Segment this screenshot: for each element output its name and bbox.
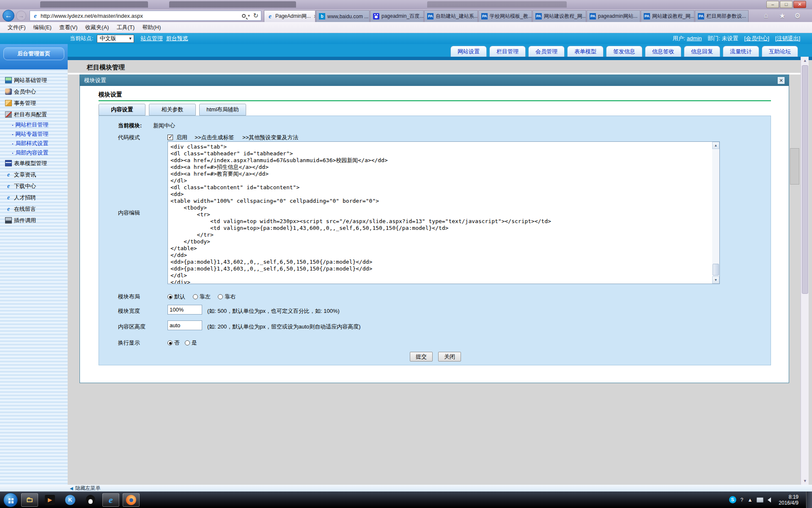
browser-scrollbar-thumb[interactable] [802, 65, 808, 294]
search-icon[interactable] [242, 14, 246, 18]
browser-tab[interactable]: PA 网站建设教程_网... [532, 10, 586, 22]
search-dropdown-icon[interactable]: ▼ [247, 14, 251, 18]
url-text[interactable]: http://www.lydezx.net/e/master/index.asp… [41, 13, 242, 19]
scroll-up-icon[interactable]: ▲ [801, 57, 809, 64]
menu-edit[interactable]: 编辑(E) [33, 24, 52, 31]
hidden-icons-chevron[interactable]: ▲ [747, 497, 752, 503]
scroll-up-icon[interactable]: ▲ [712, 142, 719, 149]
dialog-tab-html-layout[interactable]: html布局辅助 [199, 104, 246, 116]
sidebar-item-form-model[interactable]: 表单模型管理 [0, 157, 68, 169]
dialog-tab-content-settings[interactable]: 内容设置 [99, 104, 145, 116]
sidebar-subitem-column-manage[interactable]: 网站栏目管理 [0, 120, 68, 130]
sidebar-item-recruit[interactable]: e人才招聘 [0, 192, 68, 203]
taskbar-kuwo-music-icon[interactable]: K [62, 493, 79, 507]
sidebar-item-plugins[interactable]: 插件调用 [0, 215, 68, 226]
site-language-select[interactable]: 中文版 ▼ [97, 35, 134, 43]
code-editor[interactable]: <div class="tab"> <dl class="tabheader" … [167, 141, 720, 284]
radio-default[interactable] [167, 294, 173, 299]
tools-gear-icon[interactable]: ⚙ [794, 11, 801, 20]
sidebar-item-member-center[interactable]: 会员中心 [0, 86, 68, 97]
menu-view[interactable]: 查看(V) [59, 24, 77, 31]
browser-scrollbar[interactable]: ▲ ▼ [801, 57, 809, 485]
browser-tab[interactable]: PA 网站建设教程_网... [641, 10, 694, 22]
taskbar-qq-icon[interactable] [82, 493, 99, 507]
sidebar-subitem-local-style[interactable]: 局部样式设置 [0, 139, 68, 148]
front-preview-link[interactable]: 前台预览 [166, 35, 188, 42]
close-window-button[interactable]: ✕ [793, 1, 806, 8]
sidebar-item-column-layout[interactable]: 栏目布局配置 [0, 109, 68, 120]
sidebar-item-site-basic[interactable]: 网站基础管理 [0, 75, 68, 86]
generate-tag-link[interactable]: >>点击生成标签 [195, 134, 234, 141]
sidebar-item-articles[interactable]: e文章资讯 [0, 169, 68, 180]
menu-help[interactable]: 帮助(H) [142, 24, 161, 31]
user-admin-link[interactable]: admin [687, 35, 702, 41]
browser-tab[interactable]: PA 栏目局部参数设... [695, 10, 749, 22]
site-manage-link[interactable]: 站点管理 [141, 35, 163, 42]
scroll-down-icon[interactable]: ▼ [801, 477, 809, 485]
nav-form-model[interactable]: 表单模型 [567, 46, 604, 57]
browser-tab[interactable]: b www,baidu.com ... [316, 10, 370, 22]
help-icon[interactable]: ? [741, 497, 743, 503]
editor-scrollbar-thumb[interactable] [713, 264, 719, 276]
enable-checkbox[interactable] [167, 135, 173, 140]
nav-column-manage[interactable]: 栏目管理 [489, 46, 526, 57]
network-icon[interactable] [757, 497, 763, 502]
dialog-titlebar[interactable]: 模块设置 ✕ [80, 75, 789, 86]
nav-member-manage[interactable]: 会员管理 [528, 46, 565, 57]
home-icon[interactable]: ⌂ [764, 11, 768, 20]
sidebar-item-downloads[interactable]: e下载中心 [0, 180, 68, 192]
menu-file[interactable]: 文件(F) [8, 24, 26, 31]
sidebar-subitem-local-content[interactable]: 局部内容设置 [0, 148, 68, 157]
show-desktop-button[interactable] [806, 491, 812, 508]
volume-icon[interactable] [768, 497, 771, 502]
address-bar[interactable]: e http://www.lydezx.net/e/master/index.a… [30, 11, 261, 21]
taskbar-firefox-icon[interactable] [123, 493, 140, 507]
scroll-down-icon[interactable]: ▼ [712, 276, 719, 284]
admin-home-button[interactable]: 后台管理首页 [3, 47, 64, 60]
content-height-input[interactable] [167, 320, 202, 330]
menu-tools[interactable]: 工具(T) [117, 24, 135, 31]
taskbar-media-player-icon[interactable]: ▶ [41, 493, 58, 507]
maximize-button[interactable]: □ [780, 1, 793, 8]
back-button[interactable]: ← [3, 10, 14, 22]
sidebar-subitem-topic-manage[interactable]: 网站专题管理 [0, 130, 68, 139]
menu-favorites[interactable]: 收藏夹(A) [85, 24, 109, 31]
taskbar-clock[interactable]: 8:19 2016/4/9 [779, 494, 798, 506]
nav-info-reply[interactable]: 信息回复 [684, 46, 720, 57]
nav-traffic-stats[interactable]: 流量统计 [723, 46, 759, 57]
background-page-scrollbar[interactable] [790, 148, 799, 185]
collapse-menu-bar[interactable]: ◀ 隐藏左菜单 [0, 485, 812, 491]
preset-vars-link[interactable]: >>其他预设变量及方法 [242, 134, 298, 141]
taskbar-explorer-icon[interactable]: 🗀 [21, 493, 38, 507]
skype-icon[interactable]: S [729, 496, 736, 503]
logout-link[interactable]: [注销退出] [775, 35, 800, 42]
radio-right[interactable] [218, 294, 223, 299]
tab-close-icon[interactable]: ✕ [311, 14, 315, 19]
minimize-button[interactable]: – [766, 1, 779, 8]
browser-tab[interactable]: PA 自助建站_建站系... [424, 10, 478, 22]
module-width-input[interactable] [167, 305, 202, 315]
taskbar-ie-icon[interactable]: e [102, 493, 119, 507]
nav-site-settings[interactable]: 网站设置 [450, 46, 487, 57]
editor-scrollbar[interactable] [712, 149, 719, 276]
refresh-icon[interactable]: ↻ [253, 12, 258, 19]
favorites-star-icon[interactable]: ★ [779, 11, 785, 20]
code-text[interactable]: <div class="tab"> <dl class="tabheader" … [170, 144, 711, 284]
member-center-link[interactable]: [会员中心] [744, 35, 769, 42]
start-button[interactable] [3, 493, 18, 507]
submit-button[interactable]: 提交 [410, 352, 433, 362]
forward-button[interactable]: → [16, 11, 26, 21]
browser-tab-active[interactable]: e PageAdmin网... ✕ [264, 10, 315, 22]
sidebar-item-affairs[interactable]: 事务管理 [0, 97, 68, 109]
nav-forum[interactable]: 互助论坛 [762, 46, 798, 57]
browser-tab[interactable]: pageadmin_百度... [370, 10, 424, 22]
dialog-close-icon[interactable]: ✕ [778, 77, 785, 84]
dialog-tab-related-params[interactable]: 相关参数 [149, 104, 196, 116]
nav-info-receive[interactable]: 信息签收 [645, 46, 681, 57]
radio-yes[interactable] [185, 340, 190, 345]
radio-left[interactable] [193, 294, 198, 299]
nav-issue-info[interactable]: 签发信息 [606, 46, 642, 57]
sidebar-item-guestbook[interactable]: e在线留言 [0, 203, 68, 215]
browser-tab[interactable]: PA pageadmin网站... [587, 10, 640, 22]
browser-tab[interactable]: PA 学校网站模板_教... [478, 10, 532, 22]
